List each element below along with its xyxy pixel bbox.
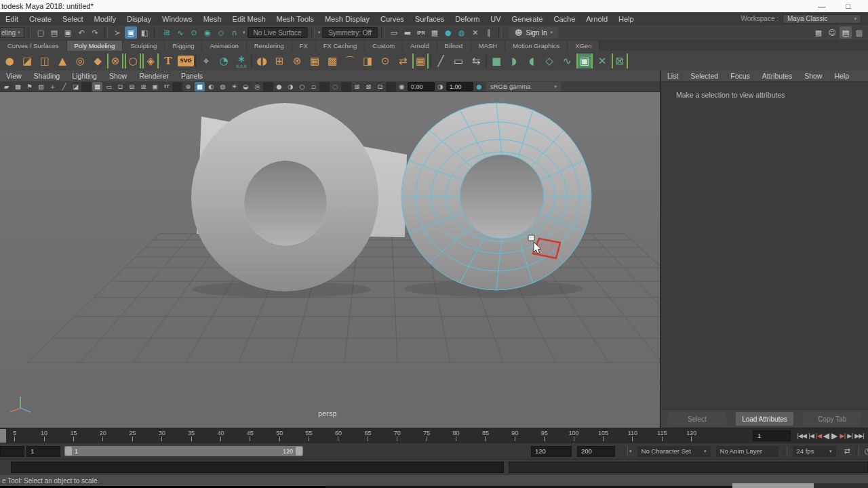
gate-mask-icon[interactable]: ⊟ xyxy=(127,82,137,92)
live-surface-field[interactable]: No Live Surface xyxy=(248,27,308,38)
wrap-deformer-icon[interactable]: ∿ xyxy=(559,53,575,69)
multi-cut-icon[interactable]: ◨ xyxy=(359,53,376,69)
current-frame-field[interactable]: 1 xyxy=(753,430,791,441)
menu-set-selector[interactable]: eling ▾ xyxy=(0,27,24,38)
colorspace-icon[interactable]: ● xyxy=(474,82,484,92)
field-chart-icon[interactable]: ⊞ xyxy=(138,82,149,92)
symmetry-field[interactable]: Symmetry: Off xyxy=(322,27,378,38)
isolate-select-icon[interactable]: ◌ xyxy=(330,82,340,92)
menu-item[interactable]: Mesh Display xyxy=(319,12,375,25)
channel-box-icon[interactable]: ▥ xyxy=(853,26,865,39)
menu-item[interactable]: Modify xyxy=(89,12,121,25)
open-scene-icon[interactable]: ▤ xyxy=(48,26,60,39)
poly-plane-icon[interactable]: ◆ xyxy=(90,53,106,69)
menu-item[interactable]: Windows xyxy=(157,12,198,25)
shelf-tab[interactable]: Animation xyxy=(202,41,246,51)
menu-item[interactable]: View xyxy=(0,70,28,81)
step-forward-key-button[interactable]: ▶| xyxy=(840,432,845,439)
command-input[interactable] xyxy=(11,462,504,473)
colorspace-selector[interactable]: sRGB gamma ▾ xyxy=(486,82,561,92)
shelf-tab[interactable]: FX xyxy=(292,41,316,51)
svg-tool-icon[interactable]: SVG xyxy=(178,53,194,69)
shadows-icon[interactable]: ◒ xyxy=(241,82,251,92)
separator[interactable] xyxy=(28,28,31,38)
undo-icon[interactable]: ↶ xyxy=(75,26,87,39)
grid-toggle-icon[interactable]: ▦ xyxy=(92,82,102,92)
new-scene-icon[interactable]: ▢ xyxy=(35,26,47,39)
poly-cube-icon[interactable]: ◪ xyxy=(19,53,35,69)
shelf-tab[interactable]: Rendering xyxy=(247,41,292,51)
shelf-tab[interactable]: Curves / Surfaces xyxy=(0,41,67,51)
construction-plane-icon[interactable]: ⌖ xyxy=(198,53,214,69)
animation-end-field[interactable]: 200 xyxy=(577,446,615,457)
poly-cone-icon[interactable]: ▲ xyxy=(54,53,71,69)
silhouette-icon[interactable]: ◑ xyxy=(285,82,296,92)
menu-item[interactable]: Focus xyxy=(724,70,756,81)
menu-item[interactable]: Help xyxy=(613,12,639,25)
shelf-tab[interactable]: Rigging xyxy=(165,41,202,51)
snap-to-view-planes-icon[interactable]: ◇ xyxy=(215,26,227,39)
menu-item[interactable]: Renderer xyxy=(133,70,175,81)
select-button[interactable]: Select xyxy=(668,412,726,426)
separator[interactable] xyxy=(154,28,157,38)
crop-region-icon[interactable]: ⊡ xyxy=(375,82,385,92)
exposure-icon[interactable]: ◉ xyxy=(397,82,407,92)
minimize-button[interactable]: — xyxy=(818,2,825,10)
separator[interactable] xyxy=(498,28,502,38)
menu-item[interactable]: Show xyxy=(103,70,133,81)
render-settings-icon[interactable]: ● xyxy=(442,26,454,39)
menu-item[interactable]: Surfaces xyxy=(410,12,450,25)
menu-item[interactable]: Lighting xyxy=(66,70,103,81)
knife-tool-icon[interactable]: ⊠ xyxy=(612,54,628,68)
range-end-handle[interactable] xyxy=(296,447,302,455)
hypershade-icon[interactable]: ◍ xyxy=(456,26,468,39)
platonic-solid-icon[interactable]: ○ xyxy=(125,54,141,68)
smooth-icon[interactable]: ⊛ xyxy=(289,53,305,69)
select-object-icon[interactable]: ▣ xyxy=(125,26,137,39)
chevron-down-icon[interactable]: ▾ xyxy=(318,30,321,35)
select-camera-icon[interactable]: ▰ xyxy=(1,82,12,92)
chevron-down-icon[interactable]: ▾ xyxy=(243,30,245,35)
shelf-tab[interactable]: MASH xyxy=(471,41,505,51)
copy-tab-button[interactable]: Copy Tab xyxy=(803,412,861,426)
menu-item[interactable]: Arnold xyxy=(580,12,613,25)
shelf-tab[interactable]: Arnold xyxy=(403,41,437,51)
playback-end-field[interactable]: 120 xyxy=(531,446,572,457)
ipr-render-icon[interactable]: IPR xyxy=(415,26,427,39)
default-lighting-icon[interactable]: ● xyxy=(274,82,284,92)
shelf-tab[interactable]: XGen xyxy=(568,41,599,51)
redo-icon[interactable]: ↷ xyxy=(89,26,101,39)
smooth-shade-icon[interactable]: ■ xyxy=(195,82,205,92)
multi-pass-icon[interactable]: ⊞ xyxy=(352,82,362,92)
edit-edge-flow-icon[interactable]: ▭ xyxy=(450,53,467,69)
shelf-tab[interactable]: Bifrost xyxy=(437,41,471,51)
shelf-tab[interactable]: Motion Graphics xyxy=(505,41,568,51)
separator[interactable] xyxy=(381,28,384,38)
menu-item[interactable]: List xyxy=(661,70,684,81)
menu-item[interactable]: Edit Mesh xyxy=(227,12,271,25)
anim-layer-selector[interactable]: No Anim Layer xyxy=(716,446,778,457)
menu-item[interactable]: Deform xyxy=(450,12,485,25)
2d-pan-zoom-icon[interactable]: + xyxy=(47,82,58,92)
step-back-key-button[interactable]: |◀ xyxy=(816,432,821,439)
combine-icon[interactable]: ⊞ xyxy=(271,53,288,69)
separator[interactable] xyxy=(195,54,197,68)
camera-attributes-icon[interactable]: ▦ xyxy=(13,82,23,92)
separator[interactable] xyxy=(104,28,108,38)
slide-edge-icon[interactable]: ⇆ xyxy=(468,53,484,69)
flip-icon[interactable]: ⇄ xyxy=(395,53,411,69)
render-view-icon[interactable]: ▭ xyxy=(388,26,400,39)
menu-item[interactable]: Show xyxy=(798,70,828,81)
gamma-icon[interactable]: ◑ xyxy=(435,82,446,92)
separator[interactable] xyxy=(311,28,315,38)
step-forward-frame-button[interactable]: ▶| xyxy=(847,432,852,439)
menu-item[interactable]: Panels xyxy=(175,70,209,81)
poly-cylinder-icon[interactable]: ◫ xyxy=(37,53,53,69)
snap-to-projected-center-icon[interactable]: ◉ xyxy=(201,26,214,39)
shelf-tab[interactable]: Custom xyxy=(365,41,403,51)
separator[interactable] xyxy=(251,54,252,68)
time-ruler[interactable]: 5 10 15 20 25 30 35 40 45 50 55 60 65 70 xyxy=(0,428,747,443)
light-editor-icon[interactable]: ✕ xyxy=(469,26,481,39)
poly-torus-icon[interactable]: ◎ xyxy=(72,53,88,69)
menu-item[interactable]: Curves xyxy=(375,12,410,25)
